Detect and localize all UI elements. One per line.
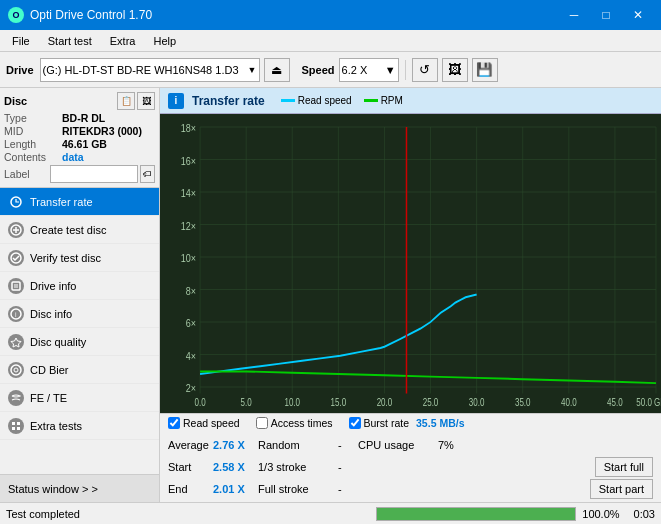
disc-mid-value: RITEKDR3 (000) xyxy=(62,125,142,137)
burst-rate-checkbox-group: Burst rate 35.5 MB/s xyxy=(349,417,465,429)
refresh-button[interactable]: ↺ xyxy=(412,58,438,82)
nav-item-extra-tests[interactable]: Extra tests xyxy=(0,412,159,440)
minimize-button[interactable]: ─ xyxy=(559,0,589,30)
svg-text:10.0: 10.0 xyxy=(284,398,300,409)
app-icon: O xyxy=(8,7,24,23)
chart-legend: Read speed RPM xyxy=(281,95,403,106)
burst-rate-value: 35.5 MB/s xyxy=(416,417,464,429)
svg-marker-10 xyxy=(11,338,21,347)
cd-bier-icon xyxy=(8,362,24,378)
maximize-button[interactable]: □ xyxy=(591,0,621,30)
svg-rect-13 xyxy=(12,422,15,425)
disc-label-label: Label xyxy=(4,168,50,180)
nav-item-verify-test-disc[interactable]: Verify test disc xyxy=(0,244,159,272)
status-text: Test completed xyxy=(6,508,370,520)
stats-row-start: Start 2.58 X 1/3 stroke - Start full xyxy=(168,456,653,478)
legend-read-speed-color xyxy=(281,99,295,102)
start-full-button[interactable]: Start full xyxy=(595,457,653,477)
nav-item-label: Extra tests xyxy=(30,420,82,432)
svg-text:15.0: 15.0 xyxy=(331,398,347,409)
chevron-down-icon: ▼ xyxy=(385,64,396,76)
legend-rpm-label: RPM xyxy=(381,95,403,106)
end-value: 2.01 X xyxy=(213,483,258,495)
close-button[interactable]: ✕ xyxy=(623,0,653,30)
chart-svg: 18× 16× 14× 12× 10× 8× 6× 4× 2× 0.0 5.0 … xyxy=(160,114,661,413)
nav-item-cd-bier[interactable]: CD Bier xyxy=(0,356,159,384)
disc-type-value: BD-R DL xyxy=(62,112,105,124)
time-text: 0:03 xyxy=(634,508,655,520)
drive-selector[interactable]: (G:) HL-DT-ST BD-RE WH16NS48 1.D3 ▼ xyxy=(40,58,260,82)
average-label: Average xyxy=(168,439,213,451)
image-button[interactable]: 🖼 xyxy=(442,58,468,82)
drive-label: Drive xyxy=(6,64,34,76)
average-value: 2.76 X xyxy=(213,439,258,451)
disc-contents-value[interactable]: data xyxy=(62,151,84,163)
extra-tests-icon xyxy=(8,418,24,434)
status-window-button[interactable]: Status window > > xyxy=(0,474,159,502)
svg-text:30.0: 30.0 xyxy=(469,398,485,409)
full-stroke-value: - xyxy=(338,483,358,495)
nav-item-label: Create test disc xyxy=(30,224,106,236)
svg-rect-16 xyxy=(17,427,20,430)
disc-length-label: Length xyxy=(4,138,62,150)
end-label: End xyxy=(168,483,213,495)
progress-bar-fill xyxy=(377,508,575,520)
sidebar: Disc 📋 🖼 Type BD-R DL MID RITEKDR3 (000)… xyxy=(0,88,160,502)
disc-label-input[interactable] xyxy=(50,165,138,183)
cpu-label: CPU usage xyxy=(358,439,438,451)
nav-item-disc-quality[interactable]: Disc quality xyxy=(0,328,159,356)
random-label: Random xyxy=(258,439,338,451)
svg-text:0.0: 0.0 xyxy=(195,398,206,409)
nav-item-transfer-rate[interactable]: Transfer rate xyxy=(0,188,159,216)
nav-item-label: Drive info xyxy=(30,280,76,292)
menu-extra[interactable]: Extra xyxy=(102,33,144,49)
legend-read-speed: Read speed xyxy=(281,95,352,106)
svg-text:12×: 12× xyxy=(181,220,196,232)
disc-image-button[interactable]: 🖼 xyxy=(137,92,155,110)
status-bar: Test completed 100.0% 0:03 xyxy=(0,502,661,524)
speed-label: Speed xyxy=(302,64,335,76)
disc-copy-button[interactable]: 📋 xyxy=(117,92,135,110)
nav-item-drive-info[interactable]: Drive info xyxy=(0,272,159,300)
nav-item-disc-info[interactable]: i Disc info xyxy=(0,300,159,328)
cpu-value: 7% xyxy=(438,439,653,451)
svg-point-12 xyxy=(14,368,18,372)
disc-contents-field: Contents data xyxy=(4,151,155,163)
disc-type-field: Type BD-R DL xyxy=(4,112,155,124)
progress-text: 100.0% xyxy=(582,508,619,520)
nav-item-fe-te[interactable]: FE / TE xyxy=(0,384,159,412)
start-label: Start xyxy=(168,461,213,473)
speed-value: 6.2 X xyxy=(342,64,368,76)
nav-item-create-test-disc[interactable]: Create test disc xyxy=(0,216,159,244)
menu-start-test[interactable]: Start test xyxy=(40,33,100,49)
speed-selector[interactable]: 6.2 X ▼ xyxy=(339,58,399,82)
progress-bar xyxy=(376,507,576,521)
disc-title: Disc xyxy=(4,95,27,107)
svg-text:16×: 16× xyxy=(181,155,196,167)
disc-label-button[interactable]: 🏷 xyxy=(140,165,155,183)
nav-item-label: Verify test disc xyxy=(30,252,101,264)
save-button[interactable]: 💾 xyxy=(472,58,498,82)
create-test-disc-icon xyxy=(8,222,24,238)
menu-help[interactable]: Help xyxy=(145,33,184,49)
disc-contents-label: Contents xyxy=(4,151,62,163)
read-speed-checkbox[interactable] xyxy=(168,417,180,429)
svg-text:5.0: 5.0 xyxy=(241,398,252,409)
disc-info-icon: i xyxy=(8,306,24,322)
svg-text:2×: 2× xyxy=(186,382,196,394)
chevron-down-icon: ▼ xyxy=(248,65,257,75)
access-times-checkbox[interactable] xyxy=(256,417,268,429)
legend-rpm: RPM xyxy=(364,95,403,106)
svg-point-11 xyxy=(11,365,21,375)
disc-quality-icon xyxy=(8,334,24,350)
burst-rate-checkbox[interactable] xyxy=(349,417,361,429)
nav-item-label: FE / TE xyxy=(30,392,67,404)
svg-text:35.0: 35.0 xyxy=(515,398,531,409)
eject-button[interactable]: ⏏ xyxy=(264,58,290,82)
chart-title: Transfer rate xyxy=(192,94,265,108)
burst-rate-checkbox-label: Burst rate xyxy=(364,417,410,429)
verify-test-disc-icon xyxy=(8,250,24,266)
start-part-button[interactable]: Start part xyxy=(590,479,653,499)
transfer-rate-icon xyxy=(8,194,24,210)
menu-file[interactable]: File xyxy=(4,33,38,49)
